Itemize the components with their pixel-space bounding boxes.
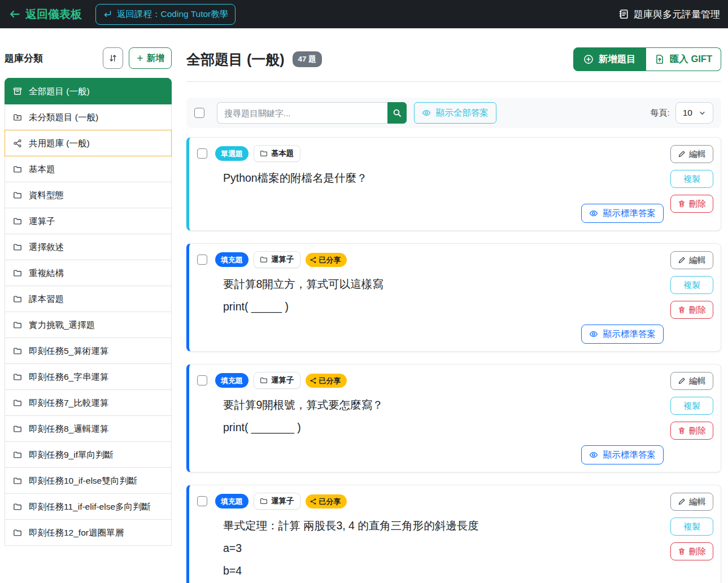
category-label: 即刻任務8_邏輯運算 (29, 423, 108, 435)
question-category-label: 運算子 (271, 255, 294, 265)
sidebar-category-item[interactable]: 即刻任務9_if單向判斷 (5, 441, 172, 468)
pencil-icon (678, 150, 686, 158)
sidebar-category-item[interactable]: 資料型態 (5, 182, 172, 208)
question-text: 畢式定理：計算 兩股長3, 4 的直角三角形的斜邊長度a=3b=4print (… (223, 514, 664, 583)
search-button[interactable] (387, 102, 407, 124)
sidebar-category-item[interactable]: 全部題目 (一般) (5, 78, 172, 104)
category-label: 未分類題目 (一般) (29, 111, 98, 123)
sort-categories-button[interactable] (103, 47, 123, 69)
question-list: 單選題 基本題 Python檔案的附檔名是什麼？ 顯示標準答案 編輯 (186, 137, 721, 583)
question-actions: 編輯 複製 刪除 (670, 493, 713, 583)
question-line: Python檔案的附檔名是什麼？ (223, 166, 664, 189)
question-line: 要計算9開根號，算式要怎麼寫？ (223, 393, 664, 416)
question-card-content: 單選題 基本題 Python檔案的附檔名是什麼？ 顯示標準答案 (189, 145, 664, 223)
per-page-select[interactable]: 10 (675, 102, 713, 124)
copy-button[interactable]: 複製 (670, 276, 713, 294)
sidebar-category-item[interactable]: 選擇敘述 (5, 234, 172, 260)
shared-badge-label: 已分享 (319, 256, 341, 264)
copy-button[interactable]: 複製 (670, 397, 713, 415)
add-question-label: 新增題目 (599, 53, 636, 65)
search-toolbar: 顯示全部答案 每頁: 10 (186, 98, 721, 128)
search-input[interactable] (217, 102, 387, 124)
question-checkbox[interactable] (197, 496, 207, 506)
pencil-icon (678, 377, 686, 385)
question-card: 填充題 運算子 已分享 要計算8開立方，算式可以這樣寫print( _____ … (186, 243, 721, 352)
folder-icon (13, 321, 22, 330)
eye-icon (589, 209, 598, 218)
sidebar-category-item[interactable]: 即刻任務10_if-else雙向判斷 (5, 467, 172, 494)
copy-button[interactable]: 複製 (670, 170, 713, 188)
add-category-button[interactable]: 新增 (129, 47, 172, 69)
sidebar-category-item[interactable]: 即刻任務6_字串運算 (5, 363, 172, 390)
delete-label: 刪除 (689, 305, 706, 315)
show-answer-button[interactable]: 顯示標準答案 (581, 204, 664, 223)
select-all-checkbox[interactable] (194, 108, 204, 118)
folder-icon (13, 424, 22, 433)
sidebar-category-item[interactable]: 重複結構 (5, 260, 172, 286)
category-label: 全部題目 (一般) (29, 85, 90, 97)
folder-icon (13, 165, 22, 174)
delete-button[interactable]: 刪除 (670, 301, 713, 319)
edit-button[interactable]: 編輯 (670, 372, 713, 390)
share-icon (309, 377, 317, 384)
show-all-answers-button[interactable]: 顯示全部答案 (414, 102, 496, 124)
question-badge-row: 單選題 基本題 (197, 145, 664, 162)
question-type-badge: 單選題 (215, 146, 249, 161)
delete-button[interactable]: 刪除 (670, 422, 713, 440)
sidebar-category-item[interactable]: 即刻任務12_for迴圈單層 (5, 519, 172, 546)
sidebar-category-item[interactable]: 即刻任務11_if-elif-else多向判斷 (5, 493, 172, 520)
edit-button[interactable]: 編輯 (670, 145, 713, 163)
category-label: 即刻任務12_for迴圈單層 (29, 527, 124, 538)
show-answer-button[interactable]: 顯示標準答案 (581, 325, 664, 344)
question-checkbox[interactable] (197, 375, 207, 385)
import-gift-button[interactable]: 匯入 GIFT (646, 47, 721, 71)
back-to-course-button[interactable]: 返回課程：Coding Tutor教學 (95, 4, 236, 25)
sidebar-category-item[interactable]: 實力挑戰_選擇題 (5, 312, 172, 338)
sidebar-category-item[interactable]: 共用題庫 (一般) (5, 130, 172, 156)
sidebar-category-item[interactable]: 即刻任務7_比較運算 (5, 389, 172, 416)
shared-badge-label: 已分享 (319, 498, 341, 505)
add-question-button[interactable]: 新增題目 (573, 47, 646, 71)
question-line: 畢式定理：計算 兩股長3, 4 的直角三角形的斜邊長度 (223, 514, 664, 537)
folder-icon (13, 269, 22, 278)
sidebar-category-item[interactable]: 即刻任務8_邏輯運算 (5, 415, 172, 442)
edit-button[interactable]: 編輯 (670, 251, 713, 269)
sidebar-category-item[interactable]: 即刻任務5_算術運算 (5, 337, 172, 364)
show-answer-button[interactable]: 顯示標準答案 (581, 445, 664, 464)
question-line: a=3 (223, 537, 664, 559)
pencil-icon (678, 498, 686, 506)
show-all-answers-label: 顯示全部答案 (436, 107, 489, 119)
question-category-label: 基本題 (271, 148, 294, 159)
question-category-badge: 運算子 (254, 251, 300, 268)
sidebar-category-item[interactable]: 課本習題 (5, 286, 172, 312)
folder-icon (260, 376, 268, 384)
question-checkbox[interactable] (197, 255, 207, 265)
question-checkbox[interactable] (197, 148, 207, 159)
archive-icon (13, 87, 22, 96)
app-title: 題庫與多元評量管理 (618, 8, 720, 21)
share-icon (309, 498, 317, 505)
sidebar-category-item[interactable]: 未分類題目 (一般) (5, 104, 172, 130)
edit-button[interactable]: 編輯 (670, 493, 713, 511)
copy-button[interactable]: 複製 (670, 518, 713, 536)
delete-button[interactable]: 刪除 (670, 195, 713, 213)
plus-icon (136, 54, 144, 62)
folder-icon (13, 295, 22, 304)
folder-x-icon (13, 113, 22, 122)
answer-button-row: 顯示標準答案 (197, 439, 664, 464)
question-type-badge: 填充題 (215, 252, 249, 267)
copy-label: 複製 (683, 280, 700, 291)
folder-icon (13, 476, 22, 485)
back-to-dashboard-link[interactable]: 返回儀表板 (6, 6, 85, 23)
category-list: 全部題目 (一般) 未分類題目 (一般) 共用題庫 (一般) 基本題 資料型態 … (5, 78, 172, 546)
delete-button[interactable]: 刪除 (670, 542, 713, 560)
shared-badge: 已分享 (306, 494, 347, 509)
folder-icon (13, 398, 22, 407)
show-answer-label: 顯示標準答案 (603, 208, 656, 220)
sidebar-category-item[interactable]: 運算子 (5, 208, 172, 234)
sidebar-category-item[interactable]: 基本題 (5, 156, 172, 182)
category-label: 實力挑戰_選擇題 (29, 319, 95, 331)
import-gift-label: 匯入 GIFT (670, 53, 712, 65)
show-answer-label: 顯示標準答案 (603, 328, 656, 340)
question-line: print( _____ ) (223, 295, 664, 318)
